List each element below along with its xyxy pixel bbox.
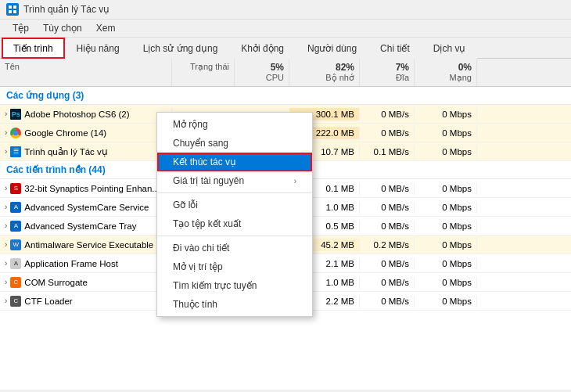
net-cell: 0 Mbps <box>415 127 477 139</box>
disk-cell: 0 MB/s <box>360 182 415 195</box>
expand-arrow[interactable]: › <box>5 128 7 137</box>
ctx-debug[interactable]: Gỡ lỗi <box>157 196 312 214</box>
tab-users[interactable]: Người dùng <box>296 38 368 59</box>
disk-cell: 0 MB/s <box>360 257 415 270</box>
ctx-expand[interactable]: Mở rộng <box>157 115 312 134</box>
process-name: Advanced SystemCare Tray <box>24 221 136 231</box>
process-name: Antimalware Service Executable <box>24 240 153 250</box>
svg-rect-2 <box>9 10 12 13</box>
menu-options[interactable]: Tùy chọn <box>37 21 88 35</box>
col-disk[interactable]: 7% Đĩa <box>360 59 415 86</box>
disk-cell: 0 MB/s <box>360 276 415 289</box>
tab-details[interactable]: Chi tiết <box>368 38 422 59</box>
process-name: Adobe Photoshop CS6 (2) <box>24 110 129 119</box>
ctx-switch[interactable]: Chuyển sang <box>157 134 312 153</box>
expand-arrow[interactable]: › <box>5 278 7 286</box>
expand-arrow[interactable]: › <box>5 297 7 305</box>
table-header: Tên Trạng thái 5% CPU 82% Bộ nhớ 7% Đĩa … <box>0 59 571 87</box>
ctx-divider-2 <box>157 236 312 236</box>
col-net[interactable]: 0% Mạng <box>415 59 477 86</box>
col-status[interactable]: Trạng thái <box>172 59 235 86</box>
net-cell: 0 Mbps <box>415 295 477 307</box>
svg-rect-0 <box>9 5 12 9</box>
asc-tray-icon: A <box>10 221 21 232</box>
submenu-arrow: › <box>294 177 296 185</box>
appframe-icon: A <box>10 258 21 269</box>
antimalware-icon: W <box>10 239 21 250</box>
process-name: Google Chrome (14) <box>24 128 106 138</box>
ctx-end-task[interactable]: Kết thúc tác vụ <box>157 153 312 171</box>
disk-cell: 0 MB/s <box>360 127 415 139</box>
taskmanager-icon: ☰ <box>10 146 21 157</box>
expand-arrow[interactable]: › <box>5 147 7 156</box>
expand-arrow[interactable]: › <box>5 221 7 230</box>
tab-startup[interactable]: Khởi động <box>229 38 296 59</box>
tab-processes[interactable]: Tiến trình <box>2 38 65 59</box>
tab-services[interactable]: Dịch vụ <box>422 38 478 59</box>
synaptics-icon: S <box>10 183 21 194</box>
chrome-icon <box>10 128 21 138</box>
net-cell: 0 Mbps <box>415 108 477 120</box>
main-content: Tên Trạng thái 5% CPU 82% Bộ nhớ 7% Đĩa … <box>0 59 571 390</box>
col-mem[interactable]: 82% Bộ nhớ <box>289 59 360 86</box>
disk-cell: 0 MB/s <box>360 295 415 307</box>
process-name: Application Frame Host <box>24 259 118 268</box>
ctx-properties[interactable]: Thuộc tính <box>157 295 312 314</box>
ctx-divider-1 <box>157 192 312 193</box>
disk-cell: 0 MB/s <box>360 201 415 214</box>
col-cpu[interactable]: 5% CPU <box>235 59 289 86</box>
expand-arrow[interactable]: › <box>5 240 7 249</box>
ctx-search-online[interactable]: Tìm kiếm trực tuyến <box>157 276 312 295</box>
photoshop-icon: Ps <box>10 109 21 120</box>
context-menu: Mở rộng Chuyển sang Kết thúc tác vụ Giá … <box>156 112 313 317</box>
window-title: Trình quản lý Tác vụ <box>23 4 110 15</box>
col-name[interactable]: Tên <box>0 59 172 86</box>
process-name: COM Surrogate <box>24 278 88 287</box>
tab-bar: Tiến trình Hiệu năng Lịch sử ứng dụng Kh… <box>0 38 571 59</box>
disk-cell: 0 MB/s <box>360 108 415 120</box>
tab-performance[interactable]: Hiệu năng <box>65 38 131 59</box>
menu-bar: Tệp Tùy chọn Xem <box>0 20 571 38</box>
expand-arrow[interactable]: › <box>5 203 7 211</box>
title-bar: Trình quản lý Tác vụ <box>0 0 571 20</box>
app-icon <box>6 3 19 16</box>
svg-rect-3 <box>13 10 16 13</box>
expand-arrow[interactable]: › <box>5 184 7 192</box>
disk-cell: 0.2 MB/s <box>360 239 415 251</box>
menu-view[interactable]: Xem <box>90 21 122 35</box>
net-cell: 0 Mbps <box>415 276 477 289</box>
process-name: CTF Loader <box>24 297 72 306</box>
net-cell: 0 Mbps <box>415 257 477 270</box>
process-name: 32-bit Synaptics Pointing Enhan... <box>24 184 160 193</box>
ctx-create-dump[interactable]: Tạo tệp kết xuất <box>157 214 312 233</box>
tab-app-history[interactable]: Lịch sử ứng dụng <box>131 38 230 59</box>
ctx-go-details[interactable]: Đi vào chi tiết <box>157 239 312 257</box>
net-cell: 0 Mbps <box>415 201 477 214</box>
net-cell: 0 Mbps <box>415 146 477 158</box>
disk-cell: 0.1 MB/s <box>360 146 415 158</box>
disk-cell: 0 MB/s <box>360 220 415 232</box>
com-icon: C <box>10 277 21 288</box>
process-name: Advanced SystemCare Service <box>24 203 149 212</box>
ctx-resource-values[interactable]: Giá trị tài nguyên › <box>157 171 312 190</box>
ctx-open-location[interactable]: Mở vị trí tệp <box>157 257 312 276</box>
section-apps[interactable]: Các ứng dụng (3) <box>0 87 571 105</box>
expand-arrow[interactable]: › <box>5 259 7 268</box>
net-cell: 0 Mbps <box>415 182 477 195</box>
net-cell: 0 Mbps <box>415 220 477 232</box>
process-name: Trình quản lý Tác vụ <box>24 146 107 157</box>
net-cell: 0 Mbps <box>415 239 477 251</box>
svg-rect-1 <box>13 5 16 9</box>
menu-file[interactable]: Tệp <box>6 21 35 35</box>
asc-service-icon: A <box>10 202 21 213</box>
ctf-icon: C <box>10 296 21 307</box>
expand-arrow[interactable]: › <box>5 110 7 118</box>
